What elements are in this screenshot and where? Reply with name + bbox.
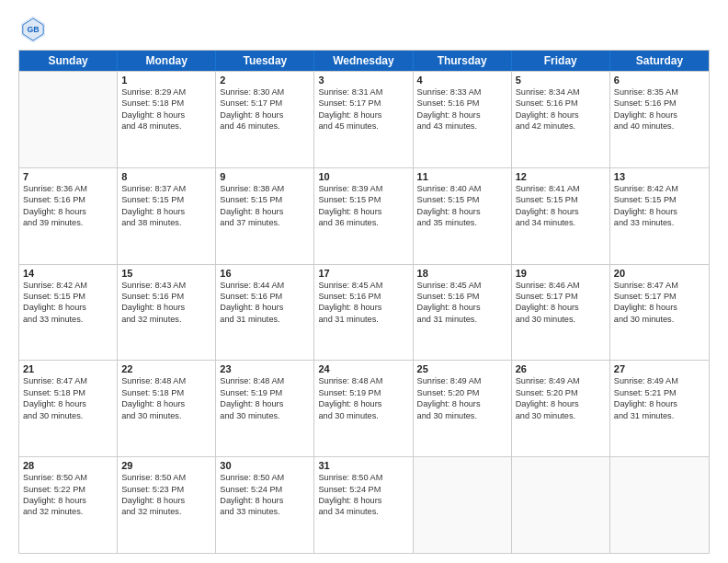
cell-line: Sunrise: 8:38 AM	[220, 183, 310, 194]
calendar-row-2: 14Sunrise: 8:42 AMSunset: 5:15 PMDayligh…	[19, 264, 709, 361]
cell-line: Daylight: 8 hours	[417, 109, 507, 121]
calendar-row-0: 1Sunrise: 8:29 AMSunset: 5:18 PMDaylight…	[19, 71, 709, 167]
cell-line: Sunset: 5:16 PM	[220, 291, 310, 302]
cell-line: Daylight: 8 hours	[318, 302, 408, 313]
day-number: 16	[220, 268, 310, 279]
day-number: 1	[121, 75, 211, 86]
day-number: 3	[318, 75, 408, 86]
day-number: 10	[318, 171, 408, 182]
day-number: 8	[121, 171, 211, 182]
cell-line: Daylight: 8 hours	[23, 398, 113, 409]
cell-line: and 32 minutes.	[121, 506, 211, 517]
weekday-header-friday: Friday	[512, 51, 610, 71]
cell-line: Sunset: 5:16 PM	[417, 291, 507, 302]
day-cell-25: 25Sunrise: 8:49 AMSunset: 5:20 PMDayligh…	[414, 361, 512, 456]
cell-line: Sunrise: 8:47 AM	[23, 375, 113, 386]
cell-line: Sunset: 5:17 PM	[614, 291, 705, 302]
cell-line: Sunset: 5:16 PM	[318, 291, 408, 302]
weekday-header-saturday: Saturday	[610, 51, 709, 71]
cell-line: Sunrise: 8:34 AM	[516, 86, 606, 98]
cell-line: Daylight: 8 hours	[614, 109, 705, 121]
cell-line: Sunrise: 8:49 AM	[516, 375, 606, 386]
day-cell-7: 7Sunrise: 8:36 AMSunset: 5:16 PMDaylight…	[19, 168, 118, 264]
cell-line: Sunset: 5:20 PM	[417, 387, 507, 398]
day-number: 27	[614, 363, 705, 374]
day-number: 9	[220, 171, 310, 182]
cell-line: and 30 minutes.	[121, 410, 211, 421]
day-cell-20: 20Sunrise: 8:47 AMSunset: 5:17 PMDayligh…	[610, 265, 709, 361]
cell-line: Sunrise: 8:50 AM	[318, 472, 408, 483]
cell-line: Sunrise: 8:50 AM	[23, 472, 113, 483]
day-number: 31	[318, 460, 408, 471]
cell-line: Daylight: 8 hours	[121, 398, 211, 409]
cell-line: and 32 minutes.	[23, 506, 113, 517]
day-cell-22: 22Sunrise: 8:48 AMSunset: 5:18 PMDayligh…	[118, 361, 216, 456]
cell-line: and 33 minutes.	[23, 314, 113, 325]
cell-line: and 43 minutes.	[417, 121, 507, 132]
cell-line: Sunset: 5:16 PM	[516, 98, 606, 109]
day-cell-26: 26Sunrise: 8:49 AMSunset: 5:20 PMDayligh…	[512, 361, 610, 456]
cell-line: Sunrise: 8:33 AM	[417, 86, 507, 98]
cell-line: Sunset: 5:15 PM	[318, 194, 408, 205]
cell-line: Daylight: 8 hours	[417, 398, 507, 409]
cell-line: and 30 minutes.	[220, 410, 310, 421]
cell-line: Sunrise: 8:48 AM	[121, 375, 211, 386]
cell-line: Daylight: 8 hours	[220, 206, 310, 217]
cell-line: Daylight: 8 hours	[121, 109, 211, 121]
page: GB SundayMondayTuesdayWednesdayThursdayF…	[0, 0, 728, 563]
cell-line: Daylight: 8 hours	[220, 302, 310, 313]
day-cell-29: 29Sunrise: 8:50 AMSunset: 5:23 PMDayligh…	[118, 457, 216, 553]
cell-line: Sunrise: 8:50 AM	[220, 472, 310, 483]
day-cell-8: 8Sunrise: 8:37 AMSunset: 5:15 PMDaylight…	[118, 168, 216, 264]
cell-line: Sunrise: 8:36 AM	[23, 183, 113, 194]
cell-line: Daylight: 8 hours	[318, 398, 408, 409]
cell-line: and 46 minutes.	[220, 121, 310, 132]
day-cell-31: 31Sunrise: 8:50 AMSunset: 5:24 PMDayligh…	[314, 457, 413, 553]
cell-line: Daylight: 8 hours	[121, 495, 211, 506]
day-cell-6: 6Sunrise: 8:35 AMSunset: 5:16 PMDaylight…	[610, 72, 709, 167]
day-cell-empty-4-5	[512, 457, 610, 553]
cell-line: Sunset: 5:19 PM	[318, 387, 408, 398]
day-number: 15	[121, 268, 211, 279]
cell-line: Daylight: 8 hours	[23, 302, 113, 313]
day-number: 30	[220, 460, 310, 471]
day-cell-1: 1Sunrise: 8:29 AMSunset: 5:18 PMDaylight…	[118, 72, 216, 167]
day-number: 12	[516, 171, 606, 182]
day-cell-23: 23Sunrise: 8:48 AMSunset: 5:19 PMDayligh…	[216, 361, 314, 456]
cell-line: Sunset: 5:24 PM	[318, 484, 408, 495]
cell-line: Daylight: 8 hours	[516, 398, 606, 409]
day-cell-21: 21Sunrise: 8:47 AMSunset: 5:18 PMDayligh…	[19, 361, 118, 456]
logo-icon: GB	[18, 15, 48, 44]
header: GB	[18, 15, 710, 44]
cell-line: Sunset: 5:16 PM	[121, 291, 211, 302]
day-cell-16: 16Sunrise: 8:44 AMSunset: 5:16 PMDayligh…	[216, 265, 314, 361]
cell-line: and 31 minutes.	[318, 314, 408, 325]
cell-line: Sunrise: 8:31 AM	[318, 86, 408, 98]
day-cell-empty-4-6	[610, 457, 709, 553]
day-number: 26	[516, 363, 606, 374]
cell-line: and 39 minutes.	[23, 217, 113, 228]
day-cell-11: 11Sunrise: 8:40 AMSunset: 5:15 PMDayligh…	[414, 168, 512, 264]
cell-line: Sunrise: 8:40 AM	[417, 183, 507, 194]
cell-line: and 30 minutes.	[614, 314, 705, 325]
day-number: 13	[614, 171, 705, 182]
day-cell-10: 10Sunrise: 8:39 AMSunset: 5:15 PMDayligh…	[314, 168, 413, 264]
cell-line: Sunset: 5:23 PM	[121, 484, 211, 495]
cell-line: Daylight: 8 hours	[614, 206, 705, 217]
cell-line: Sunrise: 8:29 AM	[121, 86, 211, 98]
cell-line: Daylight: 8 hours	[121, 206, 211, 217]
cell-line: Daylight: 8 hours	[318, 495, 408, 506]
cell-line: Daylight: 8 hours	[614, 302, 705, 313]
cell-line: and 30 minutes.	[23, 410, 113, 421]
cell-line: Sunrise: 8:48 AM	[318, 375, 408, 386]
weekday-header-tuesday: Tuesday	[216, 51, 314, 71]
cell-line: Sunset: 5:15 PM	[121, 194, 211, 205]
cell-line: Sunset: 5:16 PM	[614, 98, 705, 109]
day-number: 25	[417, 363, 507, 374]
day-cell-4: 4Sunrise: 8:33 AMSunset: 5:16 PMDaylight…	[414, 72, 512, 167]
day-cell-empty-0-0	[19, 72, 118, 167]
day-cell-empty-4-4	[414, 457, 512, 553]
cell-line: and 30 minutes.	[417, 410, 507, 421]
cell-line: Sunrise: 8:30 AM	[220, 86, 310, 98]
cell-line: Sunrise: 8:49 AM	[417, 375, 507, 386]
